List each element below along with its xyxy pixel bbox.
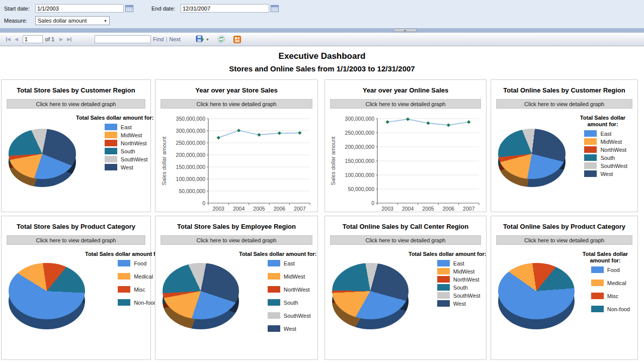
refresh-button[interactable] <box>217 35 225 43</box>
detail-graph-button[interactable]: Click here to view detailed graph <box>330 99 481 109</box>
panel-title: Year over year Online Sales <box>325 86 486 94</box>
panel-title: Total Store Sales by Product Category <box>2 223 150 230</box>
legend-item: South <box>105 148 148 154</box>
previous-page-button[interactable]: ◀ <box>15 37 18 42</box>
legend-item-label: NorthWest <box>600 147 626 153</box>
previous-page-icon: ◀ <box>15 37 18 42</box>
legend-item-label: MidWest <box>600 139 622 145</box>
detail-graph-button[interactable]: Click here to view detailed graph <box>160 235 312 245</box>
dashboard-grid: Total Store Sales by Customer Region Cli… <box>1 79 644 360</box>
legend-item: Misc <box>118 286 156 293</box>
legend-color-chip <box>105 156 117 162</box>
detail-graph-button[interactable]: Click here to view detailed graph <box>330 235 481 245</box>
export-dropdown-caret-icon: ▼ <box>206 38 209 41</box>
export-button[interactable]: ▼ <box>196 35 209 43</box>
legend-item-label: NorthWest <box>453 277 479 283</box>
legend-item: South <box>268 299 311 306</box>
current-page-input[interactable] <box>23 35 43 43</box>
svg-text:350,000,000: 350,000,000 <box>176 116 206 122</box>
find-text-input[interactable] <box>95 35 151 43</box>
first-page-button[interactable]: ◀ <box>6 37 11 42</box>
legend-item: East <box>268 260 311 266</box>
legend-color-chip <box>584 154 597 161</box>
svg-text:2003: 2003 <box>213 206 225 212</box>
svg-text:Sales dollar amount: Sales dollar amount <box>161 136 167 185</box>
find-next-separator: | <box>166 36 167 42</box>
measure-select[interactable]: Sales dollar amount ▼ <box>35 16 110 25</box>
svg-text:150,000,000: 150,000,000 <box>345 158 375 164</box>
legend-item-label: Misc <box>134 287 145 293</box>
chart-legend: Total Sales dollar amount for: FoodMedic… <box>575 249 636 330</box>
legend-item: West <box>584 170 627 177</box>
svg-text:2006: 2006 <box>443 206 455 212</box>
legend-item-label: South <box>600 155 615 161</box>
end-date-input[interactable] <box>181 4 269 13</box>
legend-item-label: MidWest <box>284 274 305 280</box>
legend-item-label: SouthWest <box>453 293 480 299</box>
legend-item: East <box>105 124 148 130</box>
legend-color-chip <box>437 260 450 266</box>
report-toolbar: ◀ ◀ of 1 ▶ ▶ Find | Next ▼ <box>0 33 644 46</box>
detail-graph-button[interactable]: Click here to view detailed graph <box>160 99 312 109</box>
legend-item: West <box>268 325 311 332</box>
legend-item: NorthWest <box>268 286 311 293</box>
splitter-collapse-handle[interactable] <box>393 29 417 32</box>
legend-item-label: Food <box>134 260 146 266</box>
legend-item: MidWest <box>437 268 480 275</box>
legend-item-label: East <box>600 131 611 137</box>
report-title: Executive Dashboard <box>0 51 644 61</box>
legend-item: Medical <box>118 273 156 280</box>
measure-selected-value: Sales dollar amount <box>38 18 104 24</box>
legend-item-label: West <box>121 164 133 170</box>
legend-title: Total Sales dollar amount for: <box>85 251 163 257</box>
detail-graph-button[interactable]: Click here to view detailed graph <box>496 99 632 109</box>
next-page-button[interactable]: ▶ <box>59 37 63 42</box>
detail-graph-button[interactable]: Click here to view detailed graph <box>7 99 145 109</box>
end-date-calendar-icon[interactable] <box>271 5 279 12</box>
chart-legend: Total Sales dollar amount for: FoodMedic… <box>85 249 163 330</box>
legend-color-chip <box>268 286 280 293</box>
legend-item: East <box>437 260 480 266</box>
pie-chart <box>9 129 76 188</box>
panel-store-sales-by-customer-region: Total Store Sales by Customer Region Cli… <box>1 79 151 212</box>
data-feed-button[interactable] <box>233 36 241 43</box>
next-link[interactable]: Next <box>169 36 181 42</box>
legend-item: Medical <box>591 280 630 286</box>
svg-text:250,000,000: 250,000,000 <box>345 130 375 136</box>
find-link[interactable]: Find <box>153 36 164 42</box>
collapse-arrow-icon <box>404 30 407 31</box>
legend-item-label: Medical <box>134 274 153 280</box>
legend-color-chip <box>437 292 450 299</box>
chart-legend: Total Sales dollar amount for: EastMidWe… <box>409 249 486 330</box>
legend-item: Misc <box>591 293 630 299</box>
legend-color-chip <box>268 299 280 306</box>
start-date-calendar-icon[interactable] <box>125 5 133 12</box>
legend-item-label: NorthWest <box>284 287 310 293</box>
start-date-label: Start date: <box>4 6 32 12</box>
legend-item: Food <box>118 260 156 266</box>
legend-color-chip <box>268 312 280 319</box>
measure-label: Measure: <box>4 18 32 24</box>
legend-item: SouthWest <box>105 156 148 162</box>
legend-item: NorthWest <box>105 140 148 146</box>
legend-item-label: SouthWest <box>600 163 627 169</box>
data-feed-icon <box>233 36 241 43</box>
legend-item-label: NorthWest <box>121 140 147 146</box>
legend-title: Total Sales dollar amount for: <box>409 251 486 257</box>
pie-chart <box>498 129 566 188</box>
svg-text:250,000,000: 250,000,000 <box>176 140 206 146</box>
end-date-label: End date: <box>151 6 178 12</box>
legend-item-label: MidWest <box>121 132 142 138</box>
legend-color-chip <box>437 268 450 275</box>
start-date-input[interactable] <box>35 4 124 13</box>
detail-graph-button[interactable]: Click here to view detailed graph <box>7 235 145 245</box>
svg-text:2004: 2004 <box>233 206 245 212</box>
legend-item-label: South <box>453 285 468 291</box>
detail-graph-button[interactable]: Click here to view detailed graph <box>496 235 632 245</box>
legend-color-chip <box>268 325 280 332</box>
legend-color-chip <box>584 162 597 169</box>
dashboard-row-1: Total Store Sales by Customer Region Cli… <box>1 79 644 212</box>
dashboard-row-2: Total Store Sales by Product Category Cl… <box>1 216 644 360</box>
svg-text:300,000,000: 300,000,000 <box>176 128 206 134</box>
last-page-button[interactable]: ▶ <box>67 37 71 42</box>
